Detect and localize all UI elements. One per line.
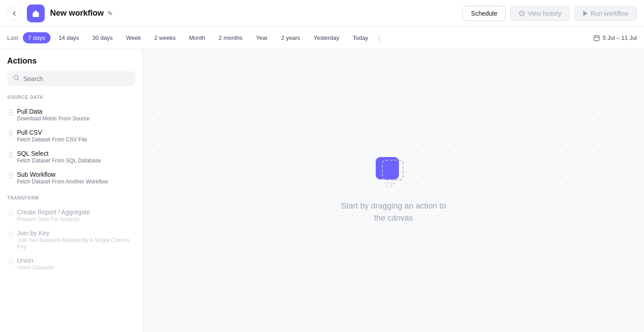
date-year[interactable]: Year — [250, 32, 273, 43]
date-range: 5 Jul – 11 Jul — [593, 34, 637, 41]
cursor-icon: ☞ — [386, 178, 396, 192]
date-2weeks[interactable]: 2 weeks — [149, 32, 181, 43]
drop-target — [382, 160, 403, 180]
schedule-button[interactable]: Schedule — [462, 6, 505, 21]
calendar-icon — [593, 35, 600, 41]
run-workflow-button[interactable]: Run workflow — [574, 6, 637, 21]
action-sub-workflow[interactable]: Sub Workflow Fetch Dataset From Another … — [7, 167, 136, 188]
date-month[interactable]: Month — [184, 32, 211, 43]
date-14days[interactable]: 14 days — [53, 32, 85, 43]
date-7days[interactable]: 7 days — [23, 32, 51, 43]
action-union: Union Union Datasets — [7, 253, 136, 274]
drag-handle — [9, 259, 13, 264]
top-nav: New workflow ✎ Schedule View history Run… — [0, 0, 644, 27]
date-2months[interactable]: 2 months — [213, 32, 248, 43]
workflow-title: New workflow ✎ — [50, 9, 113, 18]
action-create-report: Create Report / Aggregate Prepare Data F… — [7, 205, 136, 226]
date-30days[interactable]: 30 days — [87, 32, 118, 43]
drag-handle — [9, 173, 13, 179]
drag-handle — [9, 152, 13, 157]
drag-handle — [9, 110, 13, 115]
drag-handle — [9, 131, 13, 136]
home-button[interactable] — [27, 4, 45, 22]
action-pull-csv[interactable]: Pull CSV Fetch Dataset From CSV File — [7, 125, 136, 146]
edit-icon[interactable]: ✎ — [107, 10, 113, 17]
svg-rect-1 — [594, 36, 599, 41]
section-source-data: Source Data — [7, 95, 136, 100]
date-bar: Last 7 days 14 days 30 days Week 2 weeks… — [0, 27, 644, 49]
action-join-by-key: Join by Key Join Two Datasets Related By… — [7, 226, 136, 253]
canvas-empty-state: ☞ Start by dragging an action tothe canv… — [341, 157, 446, 224]
workflow-canvas[interactable]: ☞ Start by dragging an action tothe canv… — [143, 49, 644, 332]
action-sql-select[interactable]: SQL Select Fetch Dataset From SQL Databa… — [7, 146, 136, 167]
search-icon — [13, 75, 20, 82]
back-button[interactable] — [7, 6, 21, 21]
drag-handle — [9, 210, 13, 216]
last-label: Last — [7, 34, 18, 41]
section-transform: Transform — [7, 196, 136, 200]
view-history-button[interactable]: View history — [510, 6, 570, 21]
drag-illustration: ☞ — [376, 157, 411, 193]
action-pull-data[interactable]: Pull Data Download Metric From Source — [7, 104, 136, 125]
search-box[interactable] — [7, 71, 136, 86]
date-yesterday[interactable]: Yesterday — [308, 32, 344, 43]
main-layout: Actions Source Data Pull Data Download M… — [0, 49, 644, 332]
date-week[interactable]: Week — [121, 32, 146, 43]
drag-handle — [9, 231, 13, 237]
sidebar: Actions Source Data Pull Data Download M… — [0, 49, 143, 332]
date-today[interactable]: Today — [347, 32, 374, 43]
date-2years[interactable]: 2 years — [276, 32, 306, 43]
sidebar-title: Actions — [7, 56, 136, 66]
search-input[interactable] — [23, 75, 129, 82]
canvas-hint: Start by dragging an action tothe canvas — [341, 200, 446, 224]
nav-actions: Schedule View history Run workflow — [462, 6, 637, 21]
